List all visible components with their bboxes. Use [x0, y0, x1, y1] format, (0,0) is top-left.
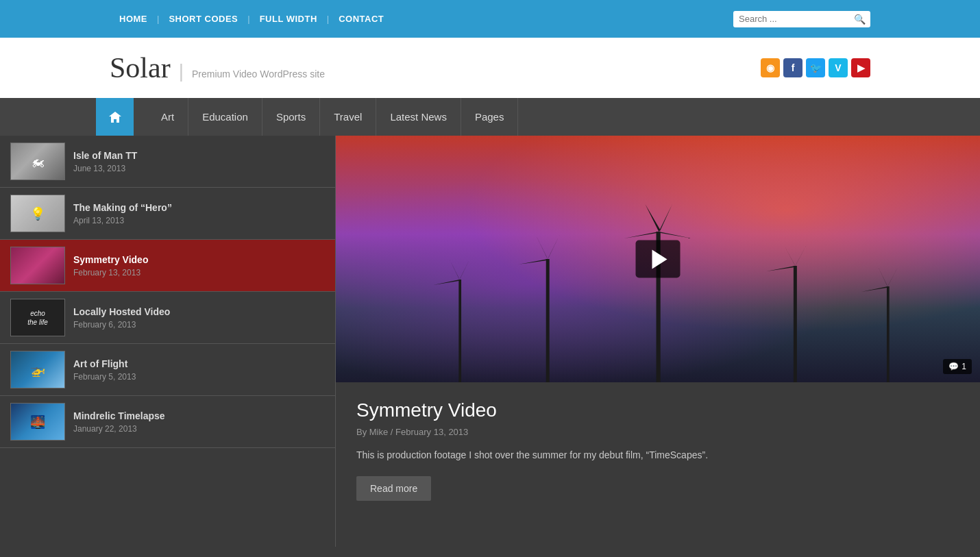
cat-education[interactable]: Education [188, 98, 262, 136]
sidebar-info-mindrelic: Mindrelic Timelapse January 22, 2013 [73, 410, 325, 434]
sidebar-info-isle-of-man: Isle of Man TT June 13, 2013 [73, 150, 325, 173]
post-text-content: Symmetry Video By Mike / February 13, 20… [336, 382, 980, 518]
sidebar-item-isle-of-man[interactable]: Isle of Man TT June 13, 2013 [0, 136, 335, 188]
thumbnail-isle-of-man [10, 143, 65, 180]
svg-marker-20 [861, 286, 887, 292]
svg-marker-12 [433, 280, 459, 285]
sidebar-title-mindrelic: Mindrelic Timelapse [73, 410, 325, 421]
site-header: Solar | Premium Video WordPress site ◉ f… [0, 38, 980, 98]
read-more-button[interactable]: Read more [356, 476, 431, 501]
video-thumbnail[interactable]: 💬 1 [336, 136, 980, 382]
sidebar-item-making-of-hero[interactable]: The Making of “Hero” April 13, 2013 [0, 188, 335, 240]
cat-art[interactable]: Art [147, 98, 188, 136]
svg-marker-15 [795, 244, 807, 266]
sidebar-info-making-of-hero: The Making of “Hero” April 13, 2013 [73, 202, 325, 225]
site-divider: | [179, 60, 184, 82]
svg-marker-4 [659, 232, 691, 238]
cat-latest-news[interactable]: Latest News [376, 98, 461, 136]
svg-marker-14 [783, 244, 795, 266]
category-links: Art Education Sports Travel Latest News … [147, 98, 518, 136]
thumbnail-mindrelic [10, 403, 65, 441]
svg-marker-11 [460, 259, 470, 280]
sidebar-date-symmetry-video: February 13, 2013 [73, 268, 325, 277]
thumbnail-symmetry-video [10, 247, 65, 284]
sidebar-item-symmetry-video[interactable]: Symmetry Video February 13, 2013 [0, 240, 335, 292]
cat-pages[interactable]: Pages [461, 98, 519, 136]
nav-short-codes[interactable]: SHORT CODES [159, 14, 247, 24]
sidebar-title-isle-of-man: Isle of Man TT [73, 150, 325, 161]
social-vimeo-icon[interactable]: V [829, 58, 848, 77]
social-rss-icon[interactable]: ◉ [761, 58, 780, 77]
thumbnail-art-of-flight [10, 351, 65, 388]
sidebar-title-symmetry-video: Symmetry Video [73, 254, 325, 265]
sidebar-item-locally-hosted[interactable]: echothe life Locally Hosted Video Februa… [0, 292, 335, 344]
play-button[interactable] [636, 240, 681, 278]
sidebar-title-locally-hosted: Locally Hosted Video [73, 306, 325, 317]
sidebar-title-making-of-hero: The Making of “Hero” [73, 202, 325, 213]
svg-rect-9 [458, 280, 461, 382]
home-icon [108, 110, 122, 124]
sidebar-item-mindrelic[interactable]: Mindrelic Timelapse January 22, 2013 [0, 396, 335, 448]
comment-count-badge: 💬 1 [943, 359, 972, 374]
post-title: Symmetry Video [356, 399, 959, 421]
search-button[interactable]: 🔍 [854, 14, 866, 25]
search-box: 🔍 [733, 11, 870, 27]
social-twitter-icon[interactable]: 🐦 [806, 58, 825, 77]
comment-icon: 💬 [948, 362, 959, 371]
sidebar-title-art-of-flight: Art of Flight [73, 358, 325, 369]
sidebar-info-locally-hosted: Locally Hosted Video February 6, 2013 [73, 306, 325, 330]
svg-rect-17 [887, 286, 890, 382]
site-title: Solar [110, 51, 171, 84]
svg-marker-18 [879, 267, 888, 286]
social-facebook-icon[interactable]: f [783, 58, 803, 77]
nav-home[interactable]: HOME [110, 14, 157, 24]
main-content: Isle of Man TT June 13, 2013 The Making … [0, 136, 980, 547]
svg-marker-6 [536, 235, 548, 259]
top-nav-links: HOME | SHORT CODES | FULL WIDTH | CONTAC… [110, 14, 393, 24]
sidebar-date-making-of-hero: April 13, 2013 [73, 216, 325, 225]
svg-marker-8 [518, 259, 548, 264]
sidebar-date-isle-of-man: June 13, 2013 [73, 164, 325, 173]
top-navigation: HOME | SHORT CODES | FULL WIDTH | CONTAC… [0, 0, 980, 38]
svg-marker-3 [624, 232, 659, 238]
sidebar: Isle of Man TT June 13, 2013 The Making … [0, 136, 336, 547]
social-youtube-icon[interactable]: ▶ [851, 58, 870, 77]
nav-contact[interactable]: CONTACT [329, 14, 393, 24]
sidebar-info-symmetry-video: Symmetry Video February 13, 2013 [73, 254, 325, 277]
sidebar-date-art-of-flight: February 5, 2013 [73, 372, 325, 382]
category-navigation: Art Education Sports Travel Latest News … [0, 98, 980, 136]
cat-travel[interactable]: Travel [320, 98, 376, 136]
svg-marker-19 [887, 267, 898, 286]
svg-marker-7 [548, 235, 559, 259]
svg-marker-2 [659, 204, 672, 232]
site-brand: Solar | Premium Video WordPress site [110, 51, 325, 84]
post-meta: By Mike / February 13, 2013 [356, 427, 959, 437]
svg-marker-1 [645, 204, 660, 232]
comment-count: 1 [961, 362, 966, 371]
svg-rect-5 [546, 259, 550, 382]
svg-marker-10 [450, 259, 460, 280]
sidebar-info-art-of-flight: Art of Flight February 5, 2013 [73, 358, 325, 382]
thumbnail-making-of-hero [10, 195, 65, 232]
home-icon-button[interactable] [96, 98, 134, 136]
sidebar-date-mindrelic: January 22, 2013 [73, 424, 325, 434]
social-icons: ◉ f 🐦 V ▶ [761, 58, 870, 77]
svg-marker-16 [766, 266, 795, 271]
post-content-area: 💬 1 Symmetry Video By Mike / February 13… [336, 136, 980, 547]
svg-rect-13 [794, 266, 797, 382]
site-tagline: Premium Video WordPress site [192, 69, 325, 79]
sidebar-item-art-of-flight[interactable]: Art of Flight February 5, 2013 [0, 344, 335, 396]
search-input[interactable] [739, 14, 854, 24]
echo-logo-text: echothe life [27, 309, 47, 327]
nav-full-width[interactable]: FULL WIDTH [250, 14, 327, 24]
post-excerpt: This is production footage I shot over t… [356, 447, 959, 462]
cat-sports[interactable]: Sports [262, 98, 320, 136]
turbines-svg [336, 190, 980, 382]
thumbnail-locally-hosted: echothe life [10, 299, 65, 336]
sidebar-date-locally-hosted: February 6, 2013 [73, 320, 325, 330]
